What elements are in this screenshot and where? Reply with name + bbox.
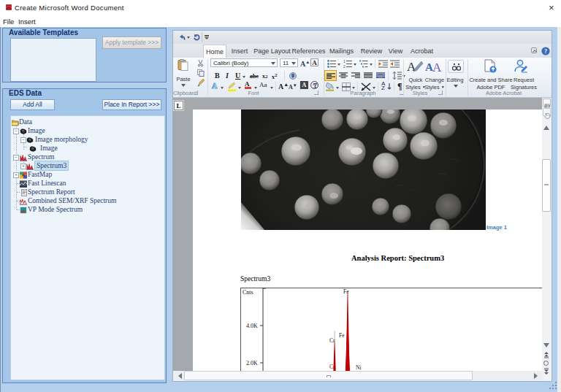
svg-text:A: A xyxy=(432,61,442,74)
svg-text:Ni: Ni xyxy=(356,364,362,371)
svg-text:2: 2 xyxy=(343,64,346,68)
svg-text:4.0K: 4.0K xyxy=(246,323,258,329)
svg-text:Cr: Cr xyxy=(329,364,335,370)
svg-text:1: 1 xyxy=(343,60,346,64)
svg-text:Cnts: Cnts xyxy=(243,289,253,296)
svg-text:Cr: Cr xyxy=(329,337,335,344)
svg-text:?: ? xyxy=(544,48,547,55)
svg-text:Fe: Fe xyxy=(339,332,345,339)
svg-text:A: A xyxy=(407,60,416,74)
svg-text:Fe: Fe xyxy=(343,288,349,295)
svg-text:2.0K: 2.0K xyxy=(246,360,258,366)
svg-text:A: A xyxy=(212,82,218,90)
